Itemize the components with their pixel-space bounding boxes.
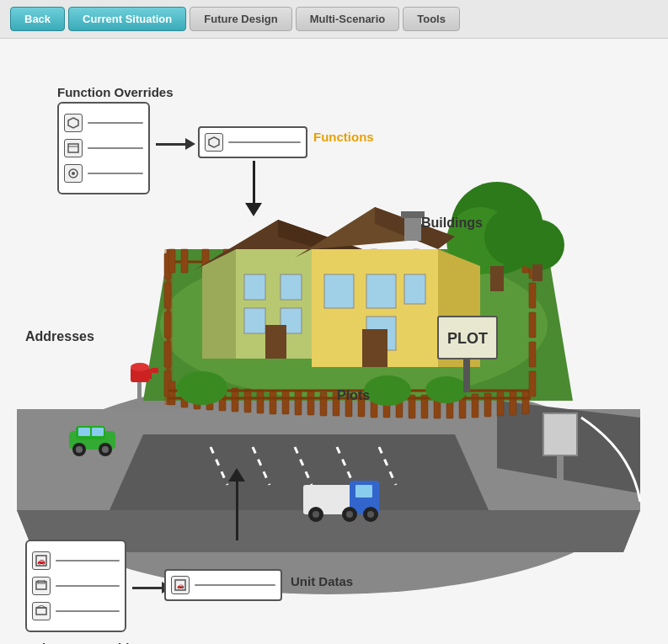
unit-override-row-2 xyxy=(32,577,120,595)
svg-point-83 xyxy=(425,376,468,403)
svg-rect-103 xyxy=(362,329,387,367)
svg-rect-106 xyxy=(463,359,470,392)
svg-rect-61 xyxy=(529,371,536,397)
svg-rect-35 xyxy=(282,391,289,414)
svg-rect-37 xyxy=(307,391,314,415)
svg-marker-85 xyxy=(202,249,236,359)
svg-rect-32 xyxy=(244,389,251,412)
svg-rect-110 xyxy=(149,369,152,379)
unit-data-icon: 🚗 xyxy=(171,576,190,594)
unit-override-row-1: 🚗 xyxy=(32,551,120,570)
tab-tools[interactable]: Tools xyxy=(403,7,460,31)
svg-rect-80 xyxy=(532,264,542,281)
svg-rect-130 xyxy=(557,455,564,481)
plots-label: Plots xyxy=(337,388,370,403)
svg-point-117 xyxy=(76,446,83,453)
unit-datas-label: Unit Datas xyxy=(291,574,353,588)
unit-override-icon-3 xyxy=(32,602,51,620)
svg-point-79 xyxy=(514,220,564,270)
svg-rect-115 xyxy=(92,428,104,436)
svg-rect-88 xyxy=(244,274,265,300)
svg-rect-122 xyxy=(355,485,372,498)
svg-rect-64 xyxy=(181,249,188,273)
up-arrow xyxy=(228,468,245,540)
svg-rect-53 xyxy=(510,391,516,415)
tab-current-situation[interactable]: Current Situation xyxy=(68,7,186,31)
svg-rect-24 xyxy=(164,342,171,367)
svg-rect-107 xyxy=(137,380,142,409)
svg-rect-59 xyxy=(529,312,536,338)
svg-rect-38 xyxy=(320,392,327,416)
svg-rect-135 xyxy=(36,608,46,615)
svg-rect-99 xyxy=(324,274,354,308)
svg-point-126 xyxy=(346,511,353,518)
svg-point-82 xyxy=(364,375,411,406)
main-content: Function Overrides xyxy=(0,39,668,644)
svg-rect-92 xyxy=(265,325,286,359)
buildings-label: Buildings xyxy=(421,216,483,231)
tab-multi-scenario[interactable]: Multi-Scenario xyxy=(296,7,400,31)
svg-text:PLOT: PLOT xyxy=(447,330,488,347)
navbar: Back Current Situation Future Design Mul… xyxy=(0,0,668,39)
unit-override-row-3 xyxy=(32,602,120,620)
unit-override-line-3 xyxy=(56,610,120,612)
svg-marker-10 xyxy=(110,434,489,510)
unit-data-line xyxy=(195,584,275,586)
svg-point-124 xyxy=(313,511,319,518)
svg-point-81 xyxy=(177,371,227,405)
unit-override-line-1 xyxy=(56,560,120,562)
svg-point-109 xyxy=(131,363,149,371)
svg-rect-23 xyxy=(164,312,171,338)
unit-override-icon-2 xyxy=(32,577,51,595)
svg-rect-78 xyxy=(490,266,504,291)
svg-rect-60 xyxy=(529,342,536,367)
svg-rect-63 xyxy=(168,249,175,273)
svg-rect-97 xyxy=(404,216,421,241)
svg-rect-26 xyxy=(168,381,175,405)
unit-data-override-box[interactable]: 🚗 xyxy=(25,540,126,632)
unit-override-icon-1: 🚗 xyxy=(32,551,51,570)
back-button[interactable]: Back xyxy=(10,7,65,31)
svg-rect-33 xyxy=(257,390,264,413)
svg-rect-101 xyxy=(404,274,425,304)
svg-rect-54 xyxy=(522,391,529,414)
svg-rect-114 xyxy=(78,428,90,436)
svg-point-119 xyxy=(102,446,109,453)
svg-rect-52 xyxy=(497,392,504,416)
unit-data-box[interactable]: 🚗 xyxy=(164,569,282,601)
unit-data-overrides-label: Unit Data Overrides xyxy=(25,641,143,644)
svg-text:🚗: 🚗 xyxy=(37,556,45,565)
svg-rect-111 xyxy=(152,368,158,373)
svg-rect-51 xyxy=(484,393,491,417)
svg-point-128 xyxy=(367,511,374,518)
svg-marker-136 xyxy=(36,605,46,608)
svg-rect-34 xyxy=(270,391,276,414)
addresses-label: Addresses xyxy=(25,329,94,344)
svg-rect-89 xyxy=(281,274,302,300)
svg-rect-129 xyxy=(543,413,577,455)
svg-rect-58 xyxy=(529,283,536,308)
svg-rect-22 xyxy=(164,283,171,308)
svg-text:🚗: 🚗 xyxy=(177,582,184,589)
unit-override-line-2 xyxy=(56,585,120,587)
svg-rect-100 xyxy=(366,274,396,308)
svg-rect-90 xyxy=(244,308,265,333)
tab-future-design[interactable]: Future Design xyxy=(190,7,291,31)
svg-rect-36 xyxy=(295,391,302,415)
